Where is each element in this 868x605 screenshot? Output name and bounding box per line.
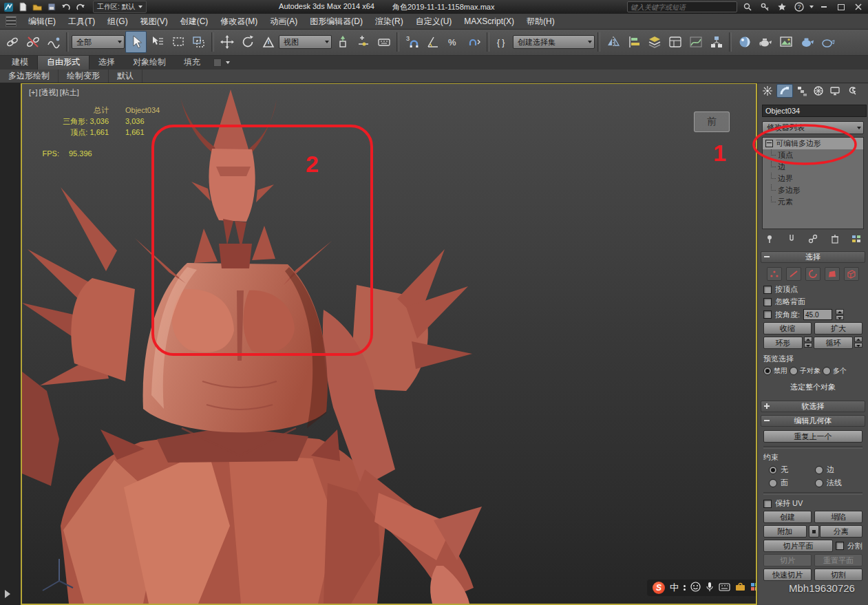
schematic-view-icon[interactable] (706, 32, 726, 52)
pin-stack-icon[interactable] (765, 234, 774, 245)
select-and-rotate-icon[interactable] (237, 32, 257, 52)
slice-button[interactable]: 切片 (763, 554, 812, 566)
ring-spinner[interactable] (804, 337, 812, 348)
ribbon-tab-object-paint[interactable]: 对象绘制 (124, 54, 175, 70)
panel-paint-deform[interactable]: 绘制变形 (59, 70, 109, 83)
by-vertex-checkbox[interactable] (763, 286, 772, 294)
spinner-snap-icon[interactable] (464, 32, 484, 52)
modify-tab-icon[interactable] (776, 84, 793, 98)
attach-button[interactable]: 附加 (763, 525, 807, 538)
use-pivot-point-icon[interactable] (332, 32, 352, 52)
constraint-none-radio[interactable] (769, 466, 777, 474)
search-icon[interactable] (741, 2, 754, 12)
panel-defaults[interactable]: 默认 (109, 70, 142, 83)
edge-subobject-icon[interactable] (786, 267, 801, 281)
menu-rendering[interactable]: 渲染(R) (369, 14, 410, 29)
motion-tab-icon[interactable] (811, 85, 826, 97)
menu-customize[interactable]: 自定义(U) (410, 14, 458, 29)
show-end-result-icon[interactable] (787, 234, 796, 245)
viewport-shading-menu[interactable]: [粘土] (60, 88, 79, 96)
workspace-dropdown[interactable]: 工作区: 默认 (93, 1, 147, 13)
menu-help[interactable]: 帮助(H) (520, 14, 561, 29)
maximize-button[interactable] (834, 2, 848, 12)
menu-tools[interactable]: 工具(T) (62, 14, 101, 29)
menu-group[interactable]: 组(G) (101, 14, 134, 29)
constraint-normal-radio[interactable] (815, 479, 823, 487)
minimize-button[interactable] (817, 2, 831, 12)
create-button[interactable]: 创建 (763, 511, 812, 523)
make-unique-icon[interactable] (808, 234, 818, 245)
curve-editor-icon[interactable] (686, 32, 706, 52)
reset-plane-button[interactable]: 重置平面 (814, 554, 862, 566)
remove-modifier-icon[interactable] (830, 234, 840, 245)
mirror-icon[interactable] (603, 32, 623, 52)
constraint-edge-radio[interactable] (815, 466, 823, 474)
character-model[interactable] (22, 84, 756, 604)
render-setup-icon[interactable] (755, 32, 775, 52)
menu-animation[interactable]: 动画(A) (264, 14, 304, 29)
ribbon-tab-selection[interactable]: 选择 (89, 54, 124, 70)
help-chevron-icon[interactable] (809, 6, 814, 8)
ribbon-minimize-icon[interactable] (226, 61, 230, 64)
collapse-button[interactable]: 塌陷 (814, 511, 862, 523)
rollout-edit-geometry-header[interactable]: 编辑几何体 (761, 415, 865, 427)
ribbon-config-icon[interactable] (213, 59, 222, 67)
window-crossing-icon[interactable] (189, 32, 209, 52)
favorites-star-icon[interactable] (775, 2, 789, 12)
voice-input-icon[interactable] (706, 582, 714, 595)
loop-button[interactable]: 循环 (814, 337, 853, 349)
polygon-subobject-icon[interactable] (825, 267, 840, 281)
create-tab-icon[interactable] (760, 85, 775, 97)
menu-views[interactable]: 视图(V) (134, 14, 174, 29)
ignore-backfacing-checkbox[interactable] (763, 298, 772, 306)
border-subobject-icon[interactable] (805, 267, 821, 281)
ribbon-tab-freeform[interactable]: 自由形式 (37, 54, 89, 70)
collapse-icon[interactable] (765, 140, 773, 147)
perspective-viewport[interactable]: [+][透视][粘土] 总计 Object034 三角形: 3,036 3,03… (21, 83, 757, 605)
bind-to-space-warp-icon[interactable] (43, 32, 63, 52)
sign-in-key-icon[interactable] (758, 2, 772, 12)
rollout-selection-header[interactable]: 选择 (761, 251, 865, 263)
repeat-last-button[interactable]: 重复上一个 (763, 430, 862, 443)
grow-button[interactable]: 扩大 (814, 322, 862, 335)
ime-toolbar[interactable]: S 中 (647, 580, 757, 596)
rollout-soft-selection-header[interactable]: 软选择 (761, 401, 865, 412)
shrink-button[interactable]: 收缩 (763, 322, 812, 335)
material-editor-icon[interactable] (734, 32, 754, 52)
stack-item-vertex[interactable]: 顶点 (763, 149, 863, 161)
rendered-frame-window-icon[interactable] (776, 32, 796, 52)
sogou-logo-icon[interactable]: S (653, 582, 665, 594)
keyboard-shortcut-override-icon[interactable] (374, 32, 394, 52)
angle-snap-icon[interactable] (423, 32, 443, 52)
ring-button[interactable]: 环形 (763, 337, 803, 349)
soft-keyboard-icon[interactable] (719, 582, 730, 594)
angle-spinner[interactable] (836, 309, 844, 320)
stack-item-element[interactable]: 元素 (763, 196, 863, 208)
select-and-link-icon[interactable] (2, 32, 22, 52)
punctuation-icon[interactable] (684, 585, 686, 591)
stack-item-editable-poly[interactable]: 可编辑多边形 (763, 138, 863, 149)
edit-named-selection-sets-icon[interactable]: { } (492, 32, 512, 52)
menu-graph-editors[interactable]: 图形编辑器(D) (304, 14, 369, 29)
redo-icon[interactable] (74, 1, 87, 12)
slice-plane-button[interactable]: 切片平面 (763, 540, 833, 552)
layer-manager-icon[interactable] (644, 32, 664, 52)
menu-edit[interactable]: 编辑(E) (22, 14, 62, 29)
cut-button[interactable]: 切割 (814, 569, 862, 581)
layout-flyout-arrow-icon[interactable] (5, 590, 10, 598)
display-tab-icon[interactable] (827, 85, 843, 97)
render-iterative-icon[interactable] (817, 32, 837, 52)
select-object-button[interactable] (125, 31, 147, 53)
attach-list-button[interactable] (809, 525, 819, 538)
workspace-switcher-icon[interactable] (6, 16, 17, 27)
select-by-name-icon[interactable] (147, 32, 167, 52)
loop-spinner[interactable] (854, 337, 862, 348)
select-and-manipulate-icon[interactable] (353, 32, 373, 52)
select-and-move-icon[interactable] (217, 32, 237, 52)
align-icon[interactable] (624, 32, 644, 52)
preview-disable-radio[interactable] (763, 367, 772, 375)
menu-maxscript[interactable]: MAXScript(X) (458, 14, 520, 29)
viewport-general-menu[interactable]: [+] (29, 88, 38, 96)
panel-polygon-modeling[interactable]: 多边形绘制 (0, 70, 59, 83)
menu-modifiers[interactable]: 修改器(M) (214, 14, 264, 29)
